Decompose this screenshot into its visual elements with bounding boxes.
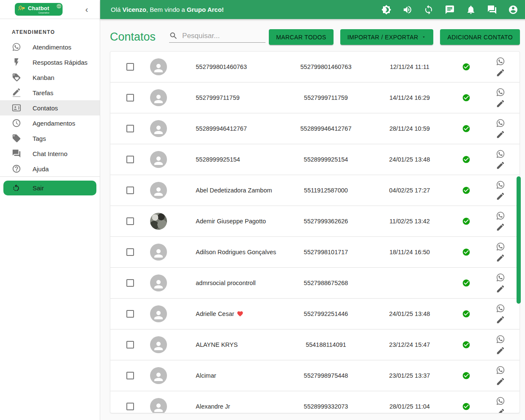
- account-icon: [508, 5, 518, 15]
- edit-action-button[interactable]: [496, 130, 505, 139]
- row-checkbox[interactable]: [126, 187, 134, 194]
- whatsapp-action-button[interactable]: [496, 211, 505, 220]
- whatsapp-action-button[interactable]: [496, 88, 505, 97]
- edit-action-button[interactable]: [496, 222, 505, 232]
- checkbox-cell: [110, 279, 150, 287]
- brightness-icon-button[interactable]: [381, 5, 391, 15]
- actions-cell: [481, 273, 520, 294]
- contact-last-interaction: 11/02/25 13:42: [368, 218, 451, 225]
- bell-icon-button[interactable]: [466, 5, 476, 15]
- badge-cell: [451, 186, 481, 195]
- contact-phone: 5527988675268: [284, 280, 368, 286]
- whatsapp-action-button[interactable]: [496, 273, 505, 282]
- row-checkbox[interactable]: [126, 63, 134, 71]
- sidebar-item-agendamentos[interactable]: Agendamentos: [0, 115, 100, 131]
- checkbox-cell: [110, 248, 150, 256]
- row-checkbox[interactable]: [126, 372, 134, 379]
- account-icon-button[interactable]: [508, 5, 518, 15]
- edit-action-button[interactable]: [496, 99, 505, 108]
- edit-action-button[interactable]: [496, 377, 505, 386]
- add-contact-button[interactable]: ADICIONAR CONTATO: [440, 29, 520, 45]
- contact-row: 552899946412767 552899946412767 28/11/24…: [110, 113, 520, 144]
- sidebar-item-chat-interno[interactable]: Chat Interno: [0, 146, 100, 161]
- whatsapp-action-button[interactable]: [496, 242, 505, 251]
- search-input[interactable]: [182, 32, 265, 40]
- badge-cell: [451, 340, 481, 349]
- import-export-label: IMPORTAR / EXPORTAR: [347, 34, 418, 41]
- pencil-icon: [496, 284, 505, 294]
- brand-logo[interactable]: Chatbot Corporativo arco: [15, 3, 63, 16]
- edit-action-button[interactable]: [496, 253, 505, 263]
- verified-badge-icon: [462, 63, 470, 71]
- whatsapp-icon: [496, 180, 505, 189]
- avatar: [150, 398, 167, 413]
- badge-cell: [451, 124, 481, 133]
- whatsapp-action-button[interactable]: [496, 180, 505, 189]
- row-checkbox[interactable]: [126, 217, 134, 225]
- contact-name: Ademir Giuseppe Pagotto: [196, 218, 266, 225]
- row-checkbox[interactable]: [126, 403, 134, 410]
- edit-action-button[interactable]: [496, 68, 505, 77]
- forum-icon-button[interactable]: [487, 5, 497, 15]
- whatsapp-action-button[interactable]: [496, 335, 505, 344]
- import-export-button[interactable]: IMPORTAR / EXPORTAR: [340, 29, 434, 45]
- sidebar-item-respostas-rapidas[interactable]: Respostas Rápidas: [0, 55, 100, 70]
- bolt-icon: [12, 58, 21, 67]
- mark-all-button[interactable]: MARCAR TODOS: [269, 29, 334, 45]
- logout-button[interactable]: Sair: [3, 181, 96, 195]
- row-checkbox[interactable]: [126, 156, 134, 163]
- contact-last-interaction: 04/02/25 17:27: [368, 187, 451, 194]
- edit-action-button[interactable]: [496, 284, 505, 294]
- edit-action-button[interactable]: [496, 346, 505, 355]
- sync-icon-button[interactable]: [424, 5, 434, 15]
- sidebar-item-contatos[interactable]: Contatos: [0, 100, 100, 115]
- edit-note-icon: [12, 88, 21, 97]
- sidebar-item-atendimentos[interactable]: Atendimentos: [0, 39, 100, 55]
- chat-icon-button[interactable]: [445, 5, 455, 15]
- app-window: Chatbot Corporativo arco ‹ ATENDIMENTO A…: [0, 0, 525, 420]
- avatar: [150, 275, 167, 291]
- row-checkbox[interactable]: [126, 279, 134, 287]
- contact-row: 5527999711759 5527999711759 14/11/24 16:…: [110, 82, 520, 113]
- sidebar-item-tags[interactable]: Tags: [0, 131, 100, 146]
- person-icon: [152, 93, 165, 105]
- row-checkbox[interactable]: [126, 310, 134, 318]
- whatsapp-action-button[interactable]: [496, 365, 505, 375]
- edit-action-button[interactable]: [496, 192, 505, 201]
- contact-name: Adilson Rodrigues Gonçalves: [196, 249, 276, 255]
- edit-action-button[interactable]: [496, 315, 505, 324]
- avatar: [150, 244, 167, 261]
- sidebar-item-label: Kanban: [33, 74, 55, 81]
- row-checkbox[interactable]: [126, 341, 134, 349]
- avatar-cell: [150, 275, 185, 291]
- avatar: [150, 182, 167, 199]
- person-icon: [152, 154, 165, 167]
- search-icon: [169, 31, 178, 40]
- edit-action-button[interactable]: [496, 408, 505, 414]
- person-icon: [152, 401, 165, 413]
- actions-cell: [481, 304, 520, 324]
- sidebar-item-tarefas[interactable]: Tarefas: [0, 85, 100, 100]
- sidebar-item-label: Ajuda: [33, 165, 49, 173]
- contacts-table: 552799801460763 552799801460763 12/11/24…: [110, 51, 520, 413]
- sidebar-collapse-button[interactable]: ‹: [81, 4, 92, 15]
- whatsapp-action-button[interactable]: [496, 57, 505, 66]
- scrollbar-thumb[interactable]: [517, 176, 521, 304]
- row-checkbox[interactable]: [126, 248, 134, 256]
- avatar-cell: [150, 398, 185, 413]
- brand-text: Chatbot Corporativo: [28, 5, 49, 14]
- sidebar-item-kanban[interactable]: Kanban: [0, 70, 100, 85]
- volume-icon-button[interactable]: [402, 5, 413, 15]
- whatsapp-action-button[interactable]: [496, 304, 505, 313]
- row-checkbox[interactable]: [126, 94, 134, 102]
- contact-last-interaction: 14/11/24 16:29: [368, 94, 451, 101]
- sidebar-item-label: Chat Interno: [33, 150, 68, 157]
- whatsapp-action-button[interactable]: [496, 118, 505, 128]
- whatsapp-action-button[interactable]: [496, 149, 505, 159]
- edit-action-button[interactable]: [496, 161, 505, 170]
- sidebar-item-ajuda[interactable]: Ajuda: [0, 161, 100, 176]
- row-checkbox[interactable]: [126, 125, 134, 132]
- actions-cell: [481, 180, 520, 201]
- badge-cell: [451, 371, 481, 380]
- whatsapp-action-button[interactable]: [496, 396, 505, 406]
